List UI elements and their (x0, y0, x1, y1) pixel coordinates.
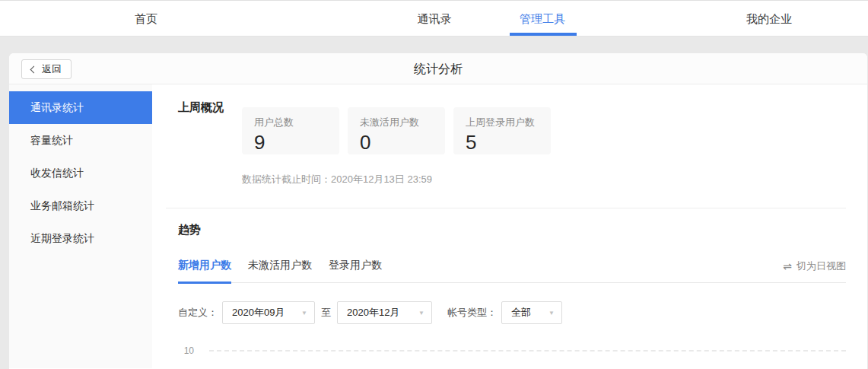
custom-range-label: 自定义： (178, 306, 218, 320)
chevron-down-icon: ▼ (412, 310, 424, 317)
nav-item-admin-tools[interactable]: 管理工具 (520, 1, 565, 37)
stat-card-lastweek-login-users: 上周登录用户数 5 (453, 107, 551, 154)
view-toggle-label: 切为日视图 (796, 259, 846, 273)
switch-to-day-view-button[interactable]: ⇌ 切为日视图 (783, 259, 846, 273)
panel-header: 返回 统计分析 (9, 53, 867, 84)
chevron-down-icon: ▼ (542, 310, 555, 317)
trend-chart: 10 (178, 345, 846, 356)
sidebar-item-mail-stats[interactable]: 收发信统计 (9, 157, 152, 189)
stat-card-label: 上周登录用户数 (466, 116, 551, 129)
tab-login-users[interactable]: 登录用户数 (329, 259, 382, 284)
trend-section-title: 趋势 (178, 223, 846, 237)
start-month-value: 2020年09月 (232, 306, 285, 320)
chevron-left-icon (30, 66, 38, 74)
sidebar-item-recent-login-stats[interactable]: 近期登录统计 (9, 222, 152, 255)
nav-item-home[interactable]: 首页 (135, 1, 157, 37)
stat-card-inactive-users: 未激活用户数 0 (348, 107, 445, 154)
page-title: 统计分析 (9, 53, 867, 84)
stat-card-value: 9 (254, 131, 339, 154)
stat-card-value: 5 (466, 131, 551, 154)
chevron-down-icon: ▼ (295, 310, 307, 317)
range-to-label: 至 (321, 306, 331, 320)
swap-icon: ⇌ (783, 260, 792, 272)
stat-cards: 用户总数 9 未激活用户数 0 上周登录用户数 5 (242, 107, 551, 154)
top-nav: 首页 通讯录 管理工具 我的企业 (0, 0, 868, 37)
tab-new-users[interactable]: 新增用户数 (178, 259, 231, 284)
end-month-value: 2020年12月 (347, 306, 399, 320)
sidebar-item-biz-mailbox-stats[interactable]: 业务邮箱统计 (9, 189, 152, 222)
nav-item-my-company[interactable]: 我的企业 (746, 1, 792, 37)
overview-section: 上周概况 用户总数 9 未激活用户数 0 上周登录用户数 5 (178, 100, 846, 154)
sidebar: 通讯录统计 容量统计 收发信统计 业务邮箱统计 近期登录统计 (9, 84, 152, 368)
stat-card-label: 未激活用户数 (360, 116, 445, 129)
back-button[interactable]: 返回 (21, 59, 72, 79)
active-tab-underline (510, 33, 577, 36)
stat-card-value: 0 (360, 131, 445, 154)
start-month-select[interactable]: 2020年09月 ▼ (222, 301, 315, 324)
chart-gridline (209, 350, 846, 352)
trend-tab-bar: 新增用户数 未激活用户数 登录用户数 ⇌ 切为日视图 (178, 259, 846, 283)
account-type-value: 全部 (511, 306, 531, 320)
section-divider (166, 208, 846, 208)
tab-inactive-users[interactable]: 未激活用户数 (248, 259, 312, 284)
sidebar-item-contacts-stats[interactable]: 通讯录统计 (9, 91, 152, 124)
stat-card-label: 用户总数 (254, 116, 339, 129)
end-month-select[interactable]: 2020年12月 ▼ (337, 301, 432, 324)
trend-filter-bar: 自定义： 2020年09月 ▼ 至 2020年12月 ▼ 帐号类型： 全部 ▼ (178, 301, 846, 324)
account-type-label: 帐号类型： (447, 306, 497, 320)
nav-item-contacts[interactable]: 通讯录 (418, 1, 452, 37)
stats-panel: 返回 统计分析 通讯录统计 容量统计 收发信统计 业务邮箱统计 近期登录统计 上… (9, 53, 867, 369)
account-type-select[interactable]: 全部 ▼ (501, 301, 562, 324)
y-axis-tick-label: 10 (178, 345, 194, 356)
back-button-label: 返回 (42, 62, 62, 76)
content-area: 上周概况 用户总数 9 未激活用户数 0 上周登录用户数 5 (152, 84, 867, 368)
sidebar-item-capacity-stats[interactable]: 容量统计 (9, 124, 152, 157)
overview-section-title: 上周概况 (178, 100, 242, 154)
stat-card-total-users: 用户总数 9 (242, 107, 339, 154)
data-cutoff-note: 数据统计截止时间：2020年12月13日 23:59 (242, 173, 846, 186)
